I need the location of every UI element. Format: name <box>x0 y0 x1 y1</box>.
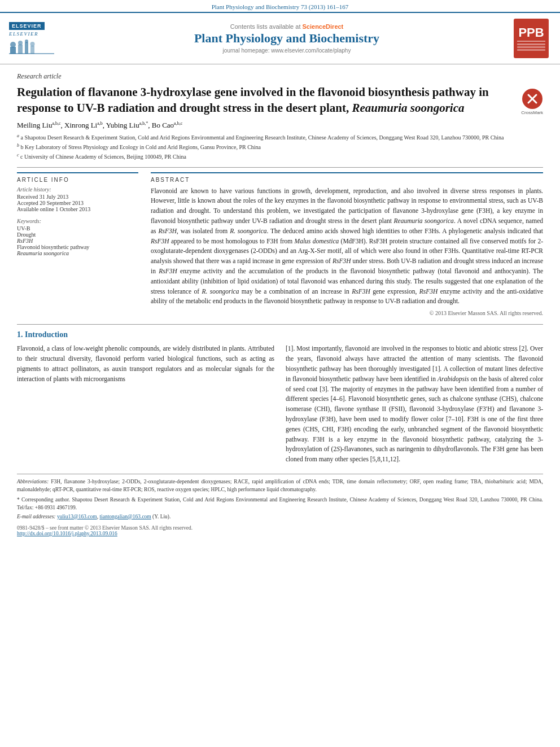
intro-two-col: Flavonoid, a class of low-weight phenoli… <box>17 344 543 465</box>
copyright-line: © 2013 Elsevier Masson SAS. All rights r… <box>151 310 543 316</box>
elsevier-logo: ELSEVIER ELSEVIER <box>9 22 60 55</box>
svg-point-3 <box>18 41 23 45</box>
doi-line: http://dx.doi.org/10.1016/j.plaphy.2013.… <box>17 531 543 536</box>
crossmark-circle[interactable] <box>522 89 542 109</box>
affil-c: c c University of Chinese Academy of Sci… <box>17 152 543 161</box>
two-column-section: ARTICLE INFO Article history: Received 3… <box>17 172 543 317</box>
svg-point-7 <box>30 42 35 46</box>
keyword-species: Reaumuria soongorica <box>17 250 138 256</box>
doi-link[interactable]: http://dx.doi.org/10.1016/j.plaphy.2013.… <box>17 531 117 536</box>
keywords-label: Keywords: <box>17 218 138 224</box>
svg-point-5 <box>25 40 28 43</box>
article-title-row: Regulation of flavanone 3-hydroxylase ge… <box>17 84 543 116</box>
article-info-section: ARTICLE INFO Article history: Received 3… <box>17 172 138 256</box>
sciencedirect-link[interactable]: ScienceDirect <box>303 23 344 30</box>
journal-citation: Plant Physiology and Biochemistry 73 (20… <box>212 3 349 10</box>
article-history: Article history: Received 31 July 2013 A… <box>17 186 138 212</box>
keyword-drought: Drought <box>17 231 138 238</box>
elsevier-italic-text: ELSEVIER <box>9 31 38 37</box>
svg-rect-6 <box>30 46 34 54</box>
abbreviations-text: Abbreviations: F3H, flavanone 3-hydroxyl… <box>17 478 543 494</box>
abstract-text: Flavonoid are known to have various func… <box>151 186 543 307</box>
article-type-label: Research article <box>17 72 543 81</box>
article-info-col: ARTICLE INFO Article history: Received 3… <box>17 172 138 317</box>
email-link-1[interactable]: yuliu13@163.com <box>57 514 97 519</box>
email-text: E-mail addresses: yuliu13@163.com, tiant… <box>17 513 543 521</box>
accepted-date: Accepted 20 September 2013 <box>17 200 138 206</box>
history-title: Article history: <box>17 186 138 193</box>
corresponding-text: * Corresponding author. Shapotou Desert … <box>17 496 543 512</box>
intro-left-col: Flavonoid, a class of low-weight phenoli… <box>17 344 274 465</box>
journal-header: Plant Physiology and Biochemistry 73 (20… <box>0 0 560 12</box>
intro-right-col: [1]. Most importantly, flavonoid are inv… <box>286 344 543 465</box>
article-content: Research article Regulation of flavanone… <box>0 72 560 543</box>
intro-left-para: Flavonoid, a class of low-weight phenoli… <box>17 344 274 384</box>
abstract-col: ABSTRACT Flavonoid are known to have var… <box>151 172 543 317</box>
journal-top-bar: ELSEVIER ELSEVIER Contents lists availa <box>0 12 560 64</box>
journal-homepage: journal homepage: www.elsevier.com/locat… <box>65 47 508 54</box>
abstract-section: ABSTRACT Flavonoid are known to have var… <box>151 172 543 317</box>
crossmark-label: CrossMark <box>521 110 543 115</box>
keyword-uv-b: UV-B <box>17 225 138 231</box>
elsevier-tree-image <box>9 38 54 55</box>
svg-rect-4 <box>25 42 28 54</box>
affiliations-block: a a Shapotou Desert Research & Experimen… <box>17 133 543 161</box>
title-italic-species: Reaumuria soongorica <box>352 101 465 115</box>
ppb-decoration <box>517 41 545 42</box>
intro-heading: 1. Introduction <box>17 330 543 339</box>
article-info-label: ARTICLE INFO <box>17 177 138 183</box>
svg-rect-2 <box>18 45 23 54</box>
introduction-section: 1. Introduction Flavonoid, a class of lo… <box>17 330 543 465</box>
email-link-2[interactable]: tiantongalian@163.com <box>99 514 151 519</box>
intro-right-para: [1]. Most importantly, flavonoid are inv… <box>286 344 543 465</box>
received-date: Received 31 July 2013 <box>17 194 138 200</box>
authors-line: Meiling Liua,b,c, Xinrong Lia,b, Yubing … <box>17 121 543 130</box>
contents-line: Contents lists available at ScienceDirec… <box>65 23 508 30</box>
elsevier-box: ELSEVIER <box>9 22 45 30</box>
contents-label: Contents lists available at <box>230 23 301 30</box>
ppb-text: PPB <box>518 27 544 39</box>
svg-point-1 <box>10 42 16 47</box>
keywords-section: Keywords: UV-B Drought RsF3H Flavonoid b… <box>17 218 138 256</box>
svg-rect-0 <box>10 47 16 54</box>
crossmark-badge: CrossMark <box>521 89 543 115</box>
affil-a: a a Shapotou Desert Research & Experimen… <box>17 133 543 142</box>
ppb-lines <box>517 43 545 51</box>
abstract-label: ABSTRACT <box>151 177 543 183</box>
keyword-flavonoid: Flavonoid biosynthetic pathway <box>17 244 138 250</box>
available-date: Available online 1 October 2013 <box>17 206 138 212</box>
footnote-section: Abbreviations: F3H, flavanone 3-hydroxyl… <box>17 474 543 521</box>
divider-2 <box>17 324 543 325</box>
ppb-logo: PPB <box>514 19 549 58</box>
keyword-rsf3h: RsF3H <box>17 238 138 244</box>
divider-1 <box>17 167 543 168</box>
affil-b: b b Key Laboratory of Stress Physiology … <box>17 142 543 152</box>
journal-title-block: Contents lists available at ScienceDirec… <box>60 23 514 54</box>
page-footer: 0981-9428/$ – see front matter © 2013 El… <box>17 525 543 543</box>
article-title-text: Regulation of flavanone 3-hydroxylase ge… <box>17 84 521 116</box>
issn-line: 0981-9428/$ – see front matter © 2013 El… <box>17 525 543 531</box>
journal-main-title: Plant Physiology and Biochemistry <box>65 31 508 46</box>
